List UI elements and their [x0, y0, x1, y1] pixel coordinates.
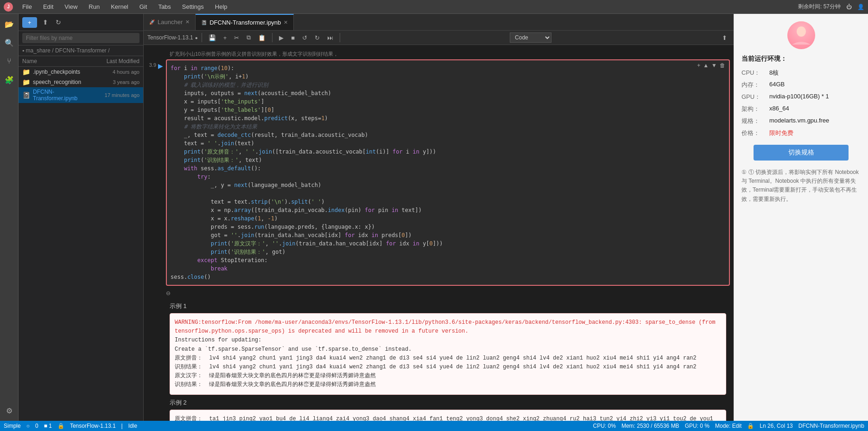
plus-icon: + — [28, 19, 32, 26]
sidebar-icon-files[interactable]: 📂 — [3, 18, 16, 31]
simple-toggle[interactable]: ○ — [26, 423, 30, 429]
cell-controls: + ▲ ▼ 🗑 — [697, 62, 725, 69]
upload-button[interactable]: ⬆ — [41, 17, 50, 28]
tab-label: Launcher — [158, 19, 183, 26]
code-text: for i in range(10): print('\n示例', i+1) #… — [171, 64, 725, 281]
run-cell-button[interactable]: ▶ — [158, 62, 163, 70]
refresh-button[interactable]: ↻ — [54, 17, 63, 28]
separator: | — [121, 423, 123, 429]
copy-button[interactable]: ⧉ — [244, 32, 253, 43]
icon-sidebar: 📂 🔍 ⑂ 🧩 ⚙ — [0, 14, 19, 421]
spec-value: modelarts.vm.gpu.free — [769, 117, 829, 124]
sidebar-icon-git[interactable]: ⑂ — [3, 55, 16, 68]
cell-count: 0 — [35, 423, 38, 429]
sidebar-icon-search[interactable]: 🔍 — [3, 36, 16, 49]
sidebar-icon-settings[interactable]: ⚙ — [3, 404, 16, 417]
cell-gutter: 3.9 ▶ — [147, 59, 166, 286]
move-down-icon[interactable]: ▼ — [711, 62, 717, 69]
toolbar-separator — [340, 33, 340, 42]
file-item-checkpoints[interactable]: 📁 .ipynb_checkpoints 4 hours ago — [19, 67, 143, 77]
power-icon[interactable]: ⏻ — [846, 4, 852, 10]
cut-button[interactable]: ✂ — [231, 33, 242, 43]
sidebar-icon-extensions[interactable]: 🧩 — [3, 73, 16, 86]
user-icon[interactable]: 👤 — [857, 4, 864, 10]
column-modified-header: Last Modified — [84, 58, 139, 64]
cursor-position: Ln 26, Col 13 — [760, 423, 792, 429]
add-above-icon[interactable]: + — [697, 62, 700, 69]
cpu-value: 8核 — [769, 69, 779, 77]
menu-view[interactable]: View — [63, 2, 79, 11]
add-cell-button[interactable]: + — [221, 33, 230, 43]
switch-spec-button[interactable]: 切换规格 — [754, 145, 849, 161]
cpu-label: CPU： — [741, 69, 769, 77]
stop-button[interactable]: ■ — [288, 33, 298, 43]
kernel-status-icon: ● — [195, 35, 198, 40]
file-name: .ipynb_checkpoints — [33, 69, 84, 75]
editor-area: 🚀 Launcher ✕ 📓 DFCNN-Transformer.ipynb ✕… — [144, 14, 734, 421]
save-button[interactable]: 💾 — [206, 33, 219, 43]
run-button[interactable]: ▶ — [276, 33, 286, 43]
kernel-name-badge: TensorFlow-1.13.1 — [147, 34, 193, 41]
restart-button[interactable]: ↺ — [299, 33, 310, 43]
paste-button[interactable]: 📋 — [255, 33, 268, 43]
file-item-speech[interactable]: 📁 speech_recognition 3 years ago — [19, 77, 143, 87]
info-icon: ① — [741, 169, 747, 175]
info-row-mem: 内存： 64GB — [741, 81, 861, 89]
forward-button[interactable]: ⏭ — [324, 33, 336, 43]
menu-help[interactable]: Help — [213, 2, 229, 11]
file-name: speech_recognition — [33, 79, 84, 85]
folder-icon: 📁 — [22, 68, 30, 76]
close-tab-icon[interactable]: ✕ — [284, 19, 288, 26]
statusbar-left: Simple ○ 0 ■ 1 🔒 TensorFlow-1.13.1 | Idl… — [4, 423, 137, 429]
tab-launcher[interactable]: 🚀 Launcher ✕ — [144, 14, 196, 30]
info-row-price: 价格： 限时免费 — [741, 129, 861, 137]
idle-label: Idle — [128, 423, 137, 429]
new-button[interactable]: + — [22, 17, 37, 28]
info-row-arch: 架构： x86_64 — [741, 105, 861, 113]
file-browser-toolbar: + ⬆ ↻ — [19, 14, 143, 31]
right-panel: 当前运行环境： CPU： 8核 内存： 64GB GPU： nvidia-p10… — [734, 14, 868, 421]
menu-git[interactable]: Git — [138, 2, 149, 11]
column-name-header: Name — [22, 58, 84, 64]
notebook-icon: 📓 — [22, 91, 30, 99]
menu-run[interactable]: Run — [87, 2, 101, 11]
restart-run-all-button[interactable]: ↻ — [312, 33, 323, 43]
file-item-notebook[interactable]: 📓 DFCNN-Transformer.ipynb 17 minutes ago — [19, 87, 143, 103]
move-up-icon[interactable]: ▲ — [703, 62, 709, 69]
arch-value: x86_64 — [769, 105, 789, 112]
simple-mode-label: Simple — [4, 423, 21, 429]
tab-bar: 🚀 Launcher ✕ 📓 DFCNN-Transformer.ipynb ✕ — [144, 14, 734, 31]
toolbar-separator — [202, 33, 202, 42]
collapse-indicator[interactable]: ⊖ — [147, 289, 730, 296]
gpu-status: GPU: 0 % — [685, 423, 710, 429]
kernel-status-label: TensorFlow-1.13.1 — [70, 423, 116, 429]
mem-label: 内存： — [741, 81, 769, 89]
mem-value: 64GB — [769, 81, 785, 88]
breadcrumb: ▪ ma_share / DFCNN-Transformer / — [19, 45, 143, 56]
menu-file[interactable]: File — [20, 2, 34, 11]
close-tab-icon[interactable]: ✕ — [185, 19, 190, 25]
menu-tabs[interactable]: Tabs — [156, 2, 172, 11]
filter-input[interactable] — [22, 33, 139, 43]
checkbox-count: ■ 1 — [44, 423, 52, 429]
menu-kernel[interactable]: Kernel — [109, 2, 130, 11]
output-box: WARNING:tensorflow:From /home/ma-user/an… — [170, 313, 726, 395]
right-panel-title: 当前运行环境： — [741, 55, 861, 63]
gpu-label: GPU： — [741, 93, 769, 101]
cell-type-select[interactable]: Code Markdown Raw — [510, 32, 551, 43]
output-label-1: 示例 1 — [170, 302, 726, 310]
arch-label: 架构： — [741, 105, 769, 113]
cell-code-content[interactable]: + ▲ ▼ 🗑 for i in range(10): print('\n示例'… — [166, 59, 730, 286]
menu-edit[interactable]: Edit — [41, 2, 55, 11]
price-label: 价格： — [741, 129, 769, 137]
notebook-tab-icon: 📓 — [201, 20, 207, 25]
share-button[interactable]: ⬆ — [719, 33, 730, 43]
tab-notebook[interactable]: 📓 DFCNN-Transformer.ipynb ✕ — [196, 14, 294, 30]
menubar: J File Edit View Run Kernel Git Tabs Set… — [0, 0, 868, 14]
user-avatar — [787, 21, 815, 49]
delete-cell-icon[interactable]: 🗑 — [720, 62, 725, 69]
menu-settings[interactable]: Settings — [180, 2, 206, 11]
price-value: 限时免费 — [769, 129, 793, 137]
file-modified: 17 minutes ago — [84, 92, 139, 98]
app-logo: J — [4, 2, 13, 12]
